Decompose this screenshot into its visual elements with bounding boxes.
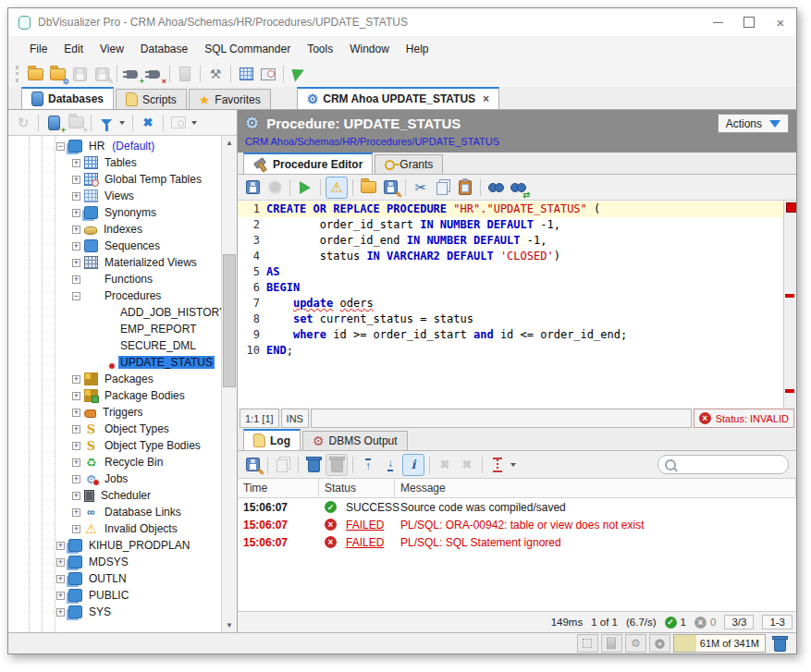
filter-icon-dropdown-caret[interactable] [119,121,125,125]
disconnect-icon[interactable]: × [144,64,165,84]
find-replace-icon[interactable]: ⇄ [508,177,528,198]
tab-procedure-editor[interactable]: Procedure Editor [243,153,373,174]
log-search-input[interactable] [679,458,784,471]
expand-box-icon[interactable]: + [72,475,80,483]
tree-item-procedures[interactable]: −Procedures [8,287,221,304]
sql-editor[interactable]: 1CREATE OR REPLACE PROCEDURE "HR"."UPDAT… [238,201,796,408]
tab-scripts[interactable]: Scripts [116,89,187,109]
filter-icon[interactable] [96,113,117,133]
tree-item-sequences[interactable]: +Sequences [8,238,221,254]
gc-trash-icon[interactable] [769,633,790,654]
driver-manager-icon[interactable] [289,64,309,84]
tab-grants[interactable]: Grants [375,154,443,174]
tree-item-functions[interactable]: +Functions [8,271,221,287]
find-icon[interactable] [485,177,506,198]
tree-item-tables[interactable]: +Tables [8,154,221,171]
code-line-5[interactable]: 5AS [238,264,783,280]
expand-box-icon[interactable]: + [56,542,65,550]
copy-icon[interactable] [433,177,453,198]
tree-item-secure-dml[interactable]: SECURE_DML [8,337,221,354]
code-line-10[interactable]: 10END; [238,343,783,359]
server-status-icon[interactable] [601,634,622,653]
tree-item-jobs[interactable]: +⚙Jobs [8,470,221,487]
collapse-box-icon[interactable]: − [56,142,65,151]
code-line-8[interactable]: 8 set current_status = status [238,312,783,327]
menu-sql-commander[interactable]: SQL Commander [196,43,299,55]
menu-tools[interactable]: Tools [299,43,341,55]
expand-box-icon[interactable]: + [72,458,80,467]
expand-box-icon[interactable]: + [72,192,80,201]
fit-row-height-icon[interactable] [487,455,508,475]
connect-icon[interactable]: + [122,64,142,84]
menu-edit[interactable]: Edit [55,43,92,55]
tree-item-object-types[interactable]: +SObject Types [8,421,221,437]
tree-item-kihub-prodplan[interactable]: +KIHUB_PRODPLAN [8,537,221,554]
close-button[interactable]: × [765,8,796,36]
monitor-icon[interactable] [258,64,278,84]
error-overview-strip[interactable] [783,201,796,408]
error-marker[interactable] [785,294,794,298]
tree-item-sys[interactable]: +SYS [8,604,221,620]
scroll-to-bottom-icon[interactable]: ↓ [380,455,400,475]
paste-icon[interactable] [455,177,475,198]
log-row[interactable]: 15:06:07✓SUCCESSSource code was compiled… [238,498,796,516]
error-marker[interactable] [785,389,794,393]
expand-box-icon[interactable]: + [72,242,80,250]
code-line-7[interactable]: 7 update oders [238,296,783,312]
tree-item-package-bodies[interactable]: +Package Bodies [8,387,221,404]
tree-item-global-temp-tables[interactable]: +Global Temp Tables [8,171,221,188]
menu-window[interactable]: Window [341,43,398,55]
expand-box-icon[interactable]: + [72,209,80,217]
tree-item-triggers[interactable]: +Triggers [8,404,221,421]
selection-tool-icon[interactable] [577,634,598,653]
expand-box-icon[interactable]: + [72,226,80,234]
expand-box-icon[interactable]: + [56,558,65,567]
tree-item-mdsys[interactable]: +MDSYS [8,554,221,570]
grid-window-icon[interactable] [236,64,256,84]
code-line-6[interactable]: 6BEGIN [238,280,783,296]
save-edit-icon[interactable]: ✎ [380,177,400,198]
compile-save-icon[interactable] [242,177,263,198]
maximize-button[interactable] [733,8,765,36]
scroll-to-top-icon[interactable]: ↑ [358,455,378,475]
show-warnings-icon[interactable]: ⚠ [326,177,348,199]
open-file-icon[interactable] [358,177,378,198]
tree-item-indexes[interactable]: +Indexes [8,221,221,238]
code-line-1[interactable]: 1CREATE OR REPLACE PROCEDURE "HR"."UPDAT… [238,202,783,217]
tool-properties-icon[interactable]: ⚒ [205,64,226,84]
log-clear-icon[interactable] [303,455,324,475]
tree-item-invalid-objects[interactable]: +⚠Invalid Objects [8,520,221,537]
menu-database[interactable]: Database [132,43,196,55]
expand-box-icon[interactable]: + [72,159,80,167]
scroll-down-arrow[interactable]: ▼ [222,618,237,632]
menu-view[interactable]: View [92,43,132,55]
code-line-9[interactable]: 9 where id >= order_id_start and id <= o… [238,327,783,343]
tab-favorites[interactable]: ★Favorites [189,89,271,109]
toolbar-drag-handle[interactable] [16,66,18,82]
expand-box-icon[interactable]: + [72,442,80,450]
tab-databases[interactable]: Databases [21,87,114,109]
actions-button[interactable]: Actions [718,114,789,133]
code-area[interactable]: 1CREATE OR REPLACE PROCEDURE "HR"."UPDAT… [238,201,783,408]
close-tab-icon[interactable]: × [483,92,489,105]
error-status-icon[interactable]: × [649,634,670,653]
scroll-up-arrow[interactable]: ▲ [222,136,237,150]
gear-status-icon[interactable]: ⚙ [625,634,646,653]
column-header-status[interactable]: Status [319,479,395,497]
minimize-button[interactable] [702,8,733,36]
column-header-time[interactable]: Time [238,479,319,497]
collapse-box-icon[interactable]: − [72,292,80,300]
log-save-edit-icon[interactable]: ✎ [242,455,263,475]
expand-box-icon[interactable]: + [72,375,80,384]
show-info-icon[interactable]: i [402,454,424,476]
code-line-3[interactable]: 3 order_id_end IN NUMBER DEFAULT -1, [238,233,783,249]
expand-box-icon[interactable]: + [72,425,80,434]
tree-item-packages[interactable]: +Packages [8,371,221,387]
tree-item-object-type-bodies[interactable]: +SObject Type Bodies [8,437,221,454]
tree-item-database-links[interactable]: +∞Database Links [8,504,221,520]
connection-folder-icon[interactable]: ⚙ [47,64,68,84]
expand-box-icon[interactable]: + [72,409,80,417]
object-search-icon-dropdown-caret[interactable] [191,121,197,125]
create-connection-icon[interactable]: + [43,113,64,133]
tree-item-update-status[interactable]: UPDATE_STATUS [8,354,221,371]
